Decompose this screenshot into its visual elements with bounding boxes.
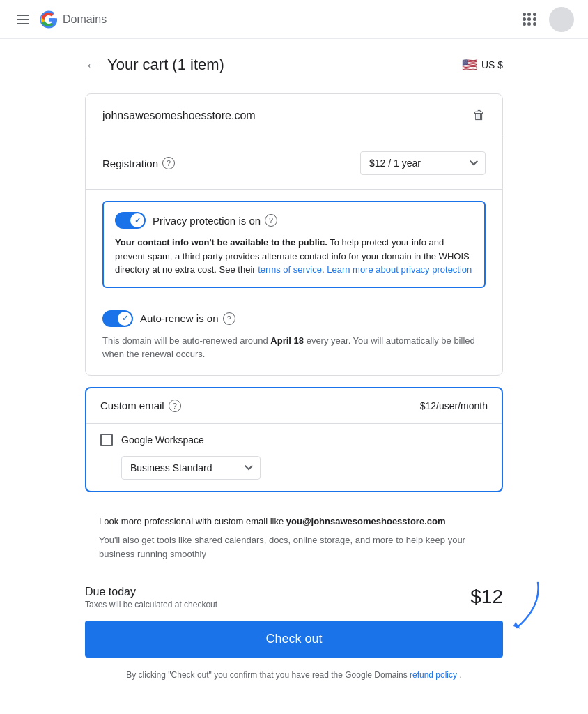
due-today-info: Due today Taxes will be calculated at ch… — [85, 586, 217, 609]
registration-label: Registration ? — [102, 157, 175, 169]
autorenew-description: This domain will be auto-renewed around … — [102, 334, 486, 361]
delete-domain-icon[interactable]: 🗑 — [473, 108, 486, 123]
apps-grid-icon[interactable] — [521, 11, 538, 28]
custom-email-header: Custom email ? $12/user/month — [86, 388, 502, 424]
privacy-toggle[interactable]: ✓ — [115, 212, 146, 229]
custom-email-price: $12/user/month — [420, 400, 488, 411]
terms-of-service-link[interactable]: terms of service — [258, 264, 322, 275]
refund-policy-link[interactable]: refund policy — [410, 670, 457, 680]
workspace-checkbox[interactable] — [100, 434, 113, 446]
workspace-label: Google Workspace — [121, 434, 204, 446]
cart-card: johnsawesomeshoesstore.com 🗑 Registratio… — [85, 93, 503, 376]
privacy-section: ✓ Privacy protection is on ? Your contac… — [102, 201, 486, 288]
autorenew-section: ✓ Auto-renew is on ? This domain will be… — [86, 299, 502, 375]
currency-text: US $ — [481, 59, 503, 70]
due-today-sublabel: Taxes will be calculated at checkout — [85, 600, 217, 609]
workspace-select-row: Business StarterBusiness StandardBusines… — [86, 456, 502, 491]
email-promo: Look more professional with custom email… — [85, 503, 503, 572]
privacy-header: ✓ Privacy protection is on ? — [115, 212, 473, 229]
checkout-disclaimer: By clicking "Check out" you confirm that… — [85, 669, 503, 681]
currency-selector[interactable]: 🇺🇸 US $ — [462, 57, 503, 73]
arrow-annotation — [489, 579, 545, 635]
registration-help-icon[interactable]: ? — [162, 157, 175, 169]
privacy-description: Your contact info won't be available to … — [115, 236, 473, 277]
flag-icon: 🇺🇸 — [462, 57, 477, 73]
workspace-plan-select[interactable]: Business StarterBusiness StandardBusines… — [121, 456, 261, 480]
due-today-section: Due today Taxes will be calculated at ch… — [85, 572, 503, 621]
header-right — [521, 7, 574, 32]
cart-header: ← Your cart (1 item) 🇺🇸 US $ — [85, 56, 503, 74]
custom-email-help-icon[interactable]: ? — [169, 400, 181, 412]
hamburger-menu-icon[interactable] — [14, 12, 32, 27]
privacy-label: Privacy protection is on ? — [153, 214, 277, 227]
page-content: ← Your cart (1 item) 🇺🇸 US $ johnsawesom… — [71, 39, 517, 698]
due-today-label: Due today — [85, 586, 217, 598]
workspace-row: Google Workspace — [86, 424, 502, 456]
header: Domains — [0, 0, 588, 39]
registration-row: Registration ? $12 / 1 year$24 / 2 years… — [86, 137, 502, 190]
logo-text: Domains — [63, 13, 107, 26]
custom-email-card: Custom email ? $12/user/month Google Wor… — [85, 387, 503, 492]
email-promo-subtext: You'll also get tools like shared calend… — [99, 533, 489, 561]
checkout-button[interactable]: Check out — [85, 621, 503, 658]
autorenew-label: Auto-renew is on ? — [140, 312, 235, 325]
autorenew-help-icon[interactable]: ? — [223, 312, 235, 325]
privacy-help-icon[interactable]: ? — [265, 214, 277, 227]
autorenew-toggle[interactable]: ✓ — [102, 310, 133, 327]
custom-email-label: Custom email ? — [100, 400, 181, 412]
learn-more-privacy-link[interactable]: Learn more about privacy protection — [327, 264, 472, 275]
cart-header-left: ← Your cart (1 item) — [85, 56, 224, 74]
back-button[interactable]: ← — [85, 58, 99, 72]
email-promo-text: Look more professional with custom email… — [99, 515, 489, 529]
registration-select[interactable]: $12 / 1 year$24 / 2 years$36 / 3 years — [360, 151, 486, 175]
logo-container: Domains — [39, 10, 107, 29]
autorenew-header: ✓ Auto-renew is on ? — [102, 310, 486, 327]
domain-row: johnsawesomeshoesstore.com 🗑 — [86, 94, 502, 137]
page-title: Your cart (1 item) — [107, 56, 224, 74]
domain-name: johnsawesomeshoesstore.com — [102, 109, 256, 122]
google-g-logo — [39, 10, 59, 29]
avatar[interactable] — [549, 7, 574, 32]
header-left: Domains — [14, 10, 107, 29]
